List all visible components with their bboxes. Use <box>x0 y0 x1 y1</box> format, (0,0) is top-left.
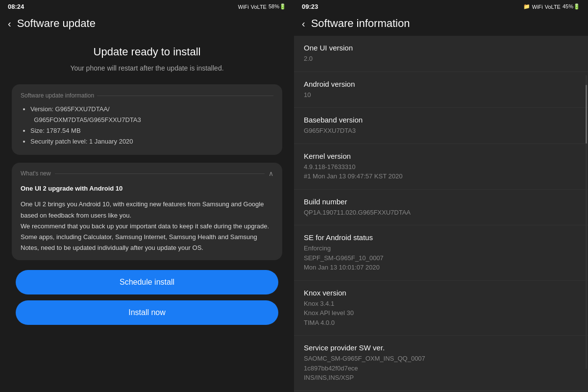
row-build: Build number QP1A.190711.020.G965FXXU7DT… <box>294 190 588 226</box>
label-one-ui: One UI version <box>304 44 578 52</box>
value-service-provider: SAOMC_SM-G965F_OXM_INS_QQ_00071c897bb42f… <box>304 354 578 383</box>
value-kernel: 4.9.118-17633310#1 Mon Jan 13 09:47:57 K… <box>304 162 578 181</box>
schedule-install-button[interactable]: Schedule install <box>16 270 278 294</box>
wifi-icon-right: WiFi <box>532 4 543 10</box>
top-bar-right: ‹ Software information <box>294 13 588 36</box>
label-android: Android version <box>304 80 578 88</box>
right-panel: 09:23 📁 WiFi VoLTE 45%🔋 ‹ Software infor… <box>294 0 588 392</box>
back-button-right[interactable]: ‹ <box>302 18 305 29</box>
label-kernel: Kernel version <box>304 152 578 160</box>
software-info-list: One UI version 2.0 Android version 10 Ba… <box>294 36 588 392</box>
label-baseband: Baseband version <box>304 116 578 124</box>
install-now-button[interactable]: Install now <box>16 300 278 325</box>
left-content: Update ready to install Your phone will … <box>0 36 294 392</box>
signal-icon: VoLTE <box>251 4 267 10</box>
time-left: 08:24 <box>8 3 24 10</box>
left-panel: 08:24 WiFi VoLTE 58%🔋 ‹ Software update … <box>0 0 294 392</box>
info-bullet-list: Version: G965FXXU7DTAA/ G965FOXM7DTA5/G9… <box>21 104 273 147</box>
status-bar-left: 08:24 WiFi VoLTE 58%🔋 <box>0 0 294 13</box>
label-service-provider: Service provider SW ver. <box>304 343 578 352</box>
time-right: 09:23 <box>302 3 318 10</box>
whats-new-body: One UI 2 brings you Android 10, with exc… <box>21 199 273 253</box>
folder-icon: 📁 <box>523 3 530 10</box>
value-android: 10 <box>304 90 578 100</box>
buttons-section: Schedule install Install now <box>12 270 282 333</box>
chevron-up-icon[interactable]: ∧ <box>269 170 273 177</box>
info-card-title: Software update information <box>21 92 273 99</box>
battery-icon-right: 45%🔋 <box>563 3 580 10</box>
scrollbar-thumb[interactable] <box>586 85 587 144</box>
whats-new-content: One UI 2 upgrade with Android 10 One UI … <box>21 183 273 253</box>
value-knox: Knox 3.4.1Knox API level 30TIMA 4.0.0 <box>304 299 578 328</box>
value-build: QP1A.190711.020.G965FXXU7DTAA <box>304 208 578 218</box>
row-knox: Knox version Knox 3.4.1Knox API level 30… <box>294 281 588 336</box>
whats-new-headline: One UI 2 upgrade with Android 10 <box>21 183 273 194</box>
status-icons-right: 📁 WiFi VoLTE 45%🔋 <box>523 3 580 10</box>
row-one-ui: One UI version 2.0 <box>294 36 588 72</box>
whats-new-divider <box>55 173 265 174</box>
status-icons-left: WiFi VoLTE 58%🔋 <box>238 3 286 10</box>
row-se-android: SE for Android status EnforcingSEPF_SM-G… <box>294 225 588 281</box>
back-button-left[interactable]: ‹ <box>8 18 11 29</box>
top-bar-left: ‹ Software update <box>0 13 294 36</box>
status-bar-right: 09:23 📁 WiFi VoLTE 45%🔋 <box>294 0 588 13</box>
page-title-right: Software information <box>311 17 410 30</box>
page-title-left: Software update <box>17 17 96 30</box>
signal-icon-right: VoLTE <box>545 4 561 10</box>
value-baseband: G965FXXU7DTA3 <box>304 126 578 136</box>
bullet-size: Size: 1787.54 MB <box>30 125 273 136</box>
value-one-ui: 2.0 <box>304 54 578 64</box>
right-content-wrapper: One UI version 2.0 Android version 10 Ba… <box>294 36 588 392</box>
whats-new-title: What's new <box>21 170 51 177</box>
battery-icon: 58%🔋 <box>269 3 286 10</box>
row-baseband: Baseband version G965FXXU7DTA3 <box>294 108 588 144</box>
bullet-version: Version: G965FXXU7DTAA/ G965FOXM7DTA5/G9… <box>30 104 273 125</box>
row-kernel: Kernel version 4.9.118-17633310#1 Mon Ja… <box>294 144 588 190</box>
whats-new-section: What's new ∧ One UI 2 upgrade with Andro… <box>12 163 282 260</box>
wifi-icon: WiFi <box>238 4 249 10</box>
row-service-provider: Service provider SW ver. SAOMC_SM-G965F_… <box>294 336 588 391</box>
update-heading: Update ready to install <box>94 46 201 58</box>
bullet-security: Security patch level: 1 January 2020 <box>30 136 273 147</box>
row-android: Android version 10 <box>294 72 588 108</box>
update-subtext: Your phone will restart after the update… <box>70 63 223 74</box>
label-knox: Knox version <box>304 289 578 297</box>
whats-new-header: What's new ∧ <box>21 170 273 177</box>
label-build: Build number <box>304 197 578 206</box>
label-se-android: SE for Android status <box>304 233 578 242</box>
info-card: Software update information Version: G96… <box>12 84 282 155</box>
value-se-android: EnforcingSEPF_SM-G965F_10_0007Mon Jan 13… <box>304 244 578 272</box>
scrollbar-track[interactable] <box>586 75 587 369</box>
